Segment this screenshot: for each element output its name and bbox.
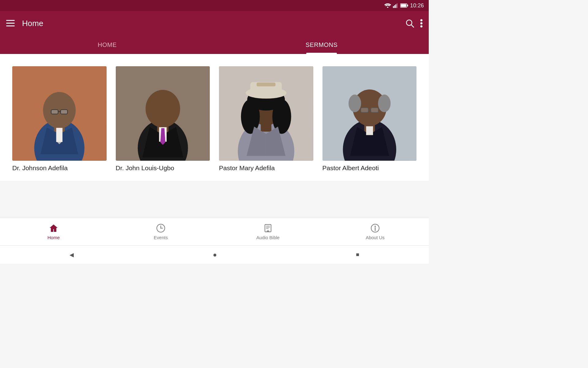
svg-point-13 [420,22,423,25]
nav-item-about-us[interactable]: About Us [322,223,429,240]
svg-rect-63 [265,224,271,232]
svg-line-11 [411,25,414,27]
svg-rect-9 [6,25,15,26]
home-nav-icon [49,223,58,233]
svg-rect-2 [395,4,396,8]
search-button[interactable] [405,19,414,28]
speaker-image-1 [12,66,107,161]
events-nav-icon [156,223,166,233]
back-button[interactable]: ◀ [70,251,74,258]
svg-point-72 [375,226,376,227]
system-nav-bar: ◀ ● ■ [0,245,429,264]
app-bar-title: Home [22,19,43,28]
svg-rect-1 [394,5,395,8]
battery-icon [400,3,408,8]
tab-bar: Home Sermons [0,36,429,54]
menu-icon [6,20,15,27]
status-time: 10:26 [410,2,424,9]
nav-item-home[interactable]: Home [0,223,107,240]
nav-label-events: Events [154,235,168,240]
home-button[interactable]: ● [213,251,217,259]
svg-rect-6 [401,4,406,7]
svg-rect-37 [261,123,271,132]
svg-point-12 [420,19,423,21]
status-bar: 10:26 [0,0,429,11]
about-us-nav-icon [370,223,380,233]
nav-label-about-us: About Us [366,235,385,240]
status-icons: 10:26 [384,2,424,9]
speaker-image-2 [116,66,210,161]
nav-label-home: Home [47,235,60,240]
signal-icon [393,3,398,8]
speaker-card-3[interactable]: Pastor Mary Adefila [219,66,313,172]
speaker-card-1[interactable]: Dr. Johnson Adefila [12,66,107,172]
svg-rect-3 [397,3,398,8]
more-vert-icon [420,19,423,28]
menu-button[interactable] [6,20,15,27]
svg-point-51 [378,94,390,112]
speaker-card-4[interactable]: Pastor Albert Adeoti [322,66,417,172]
app-bar-right [405,19,423,28]
speaker-name-1: Dr. Johnson Adefila [12,164,107,172]
tab-sermons[interactable]: Sermons [214,36,429,54]
speaker-card-2[interactable]: Dr. John Louis-Ugbo [116,66,210,172]
tab-home[interactable]: Home [0,36,214,54]
wifi-icon [384,3,391,8]
svg-rect-43 [257,82,276,86]
svg-rect-24 [61,109,68,114]
svg-rect-22 [56,128,63,142]
app-bar-left: Home [6,19,43,28]
recent-button[interactable]: ■ [356,251,359,258]
svg-rect-52 [361,108,368,112]
svg-rect-7 [6,20,15,21]
more-button[interactable] [420,19,423,28]
svg-rect-0 [393,6,394,8]
nav-item-audio-bible[interactable]: Audio Bible [214,223,322,240]
speaker-name-4: Pastor Albert Adeoti [322,164,417,172]
speaker-grid: Dr. Johnson Adefila [12,66,417,172]
audio-bible-nav-icon [263,223,273,233]
svg-rect-57 [366,126,373,135]
bottom-nav: Home Events Audio Bible About Us [0,218,429,245]
svg-point-28 [145,90,180,128]
svg-rect-5 [407,5,408,6]
speaker-name-3: Pastor Mary Adefila [219,164,313,172]
speaker-name-2: Dr. John Louis-Ugbo [116,164,210,172]
svg-point-14 [420,25,423,28]
speaker-image-4 [322,66,417,161]
search-icon [405,19,414,28]
svg-rect-8 [6,23,15,24]
nav-label-audio-bible: Audio Bible [256,235,280,240]
svg-rect-53 [371,108,378,112]
svg-rect-23 [51,109,58,114]
nav-item-events[interactable]: Events [107,223,214,240]
content-area: Dr. Johnson Adefila [0,54,429,181]
svg-point-17 [43,92,76,128]
app-bar: Home [0,11,429,36]
svg-point-50 [349,94,361,112]
speaker-image-3 [219,66,313,161]
